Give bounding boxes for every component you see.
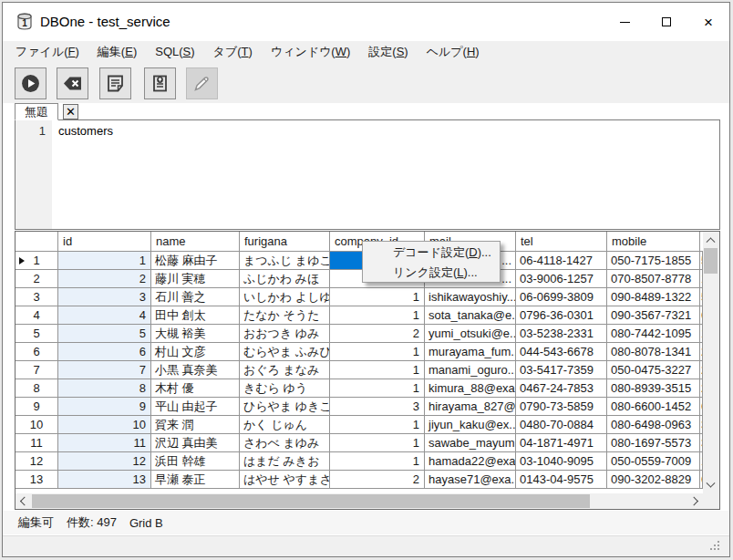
cell-mobile[interactable]: 080-1697-5573: [607, 434, 700, 452]
menubar-item-sql[interactable]: SQL(S): [146, 41, 203, 63]
scroll-down-button[interactable]: [703, 478, 718, 493]
cell-mobile[interactable]: 050-0475-3227: [607, 361, 700, 379]
menubar-item-file[interactable]: ファイル(F): [6, 41, 88, 63]
cell-mail[interactable]: murayama_fum...: [425, 343, 516, 361]
cell-mail[interactable]: kimura_88@exa...: [425, 379, 516, 398]
cell-furigana[interactable]: いしかわ よしゆき: [240, 288, 330, 306]
cell-tel[interactable]: 0790-73-5859: [516, 398, 607, 416]
cell-mobile[interactable]: 050-7175-1855: [607, 252, 700, 270]
cell-company_id[interactable]: 1: [330, 343, 425, 361]
cell-mail[interactable]: sawabe_mayum...: [425, 434, 516, 452]
row-header-cell[interactable]: 13: [15, 471, 58, 489]
vertical-scrollbar-thumb[interactable]: [704, 248, 718, 274]
cell-name[interactable]: 早瀬 泰正: [151, 471, 240, 489]
menubar-item-tab[interactable]: タブ(T): [204, 41, 262, 63]
row-header-cell[interactable]: 2: [15, 270, 58, 288]
cell-furigana[interactable]: はやせ やすまさ: [240, 471, 330, 489]
cell-id[interactable]: 6: [58, 343, 151, 361]
cell-name[interactable]: 賀来 潤: [151, 416, 240, 434]
cell-tel[interactable]: 0467-24-7853: [516, 379, 607, 398]
cell-mobile[interactable]: 090-3567-7321: [607, 306, 700, 325]
cell-id[interactable]: 1: [58, 252, 151, 270]
cell-tel[interactable]: 03-9006-1257: [516, 270, 607, 288]
cell-company_id[interactable]: 1: [330, 361, 425, 379]
cell-furigana[interactable]: おぐろ まなみ: [240, 361, 330, 379]
cell-id[interactable]: 3: [58, 288, 151, 306]
cell-company_id[interactable]: 1: [330, 452, 425, 471]
cell-name[interactable]: 木村 優: [151, 379, 240, 398]
cell-mail[interactable]: hirayama_827@...: [425, 398, 516, 416]
stop-button[interactable]: [57, 67, 88, 99]
cell-id[interactable]: 7: [58, 361, 151, 379]
cell-tel[interactable]: 04-1871-4971: [516, 434, 607, 452]
cell-mail[interactable]: jiyun_kaku@ex...: [425, 416, 516, 434]
column-header-tel[interactable]: tel: [516, 232, 607, 252]
cell-tel[interactable]: 03-5238-2331: [516, 325, 607, 343]
cell-mail[interactable]: manami_oguro...: [425, 361, 516, 379]
scroll-up-button[interactable]: [703, 232, 718, 247]
cell-company_id[interactable]: 1: [330, 416, 425, 434]
tab-untitled[interactable]: 無題: [15, 103, 58, 120]
cell-mobile[interactable]: 080-7442-1095: [607, 325, 700, 343]
cell-tel[interactable]: 03-1040-9095: [516, 452, 607, 471]
cell-company_id[interactable]: 1: [330, 306, 425, 325]
cell-id[interactable]: 12: [58, 452, 151, 471]
cell-tel[interactable]: 06-4118-1427: [516, 252, 607, 270]
cell-name[interactable]: 浜田 幹雄: [151, 452, 240, 471]
row-header-cell[interactable]: 4: [15, 306, 58, 325]
row-header-cell[interactable]: 9: [15, 398, 58, 416]
cell-id[interactable]: 5: [58, 325, 151, 343]
context-menu-item-decode-settings[interactable]: デコード設定(D)...: [363, 243, 500, 263]
cell-name[interactable]: 小黒 真奈美: [151, 361, 240, 379]
cell-id[interactable]: 13: [58, 471, 151, 489]
row-header-cell[interactable]: 5: [15, 325, 58, 343]
cell-mail[interactable]: hamada22@exa...: [425, 452, 516, 471]
menubar-item-help[interactable]: ヘルプ(H): [418, 41, 489, 63]
cell-mobile[interactable]: 080-6600-1452: [607, 398, 700, 416]
close-button[interactable]: ×: [687, 3, 729, 41]
row-header-cell[interactable]: 8: [15, 379, 58, 398]
row-header-cell[interactable]: 3: [15, 288, 58, 306]
note-button[interactable]: [99, 67, 131, 99]
column-header-id[interactable]: id: [58, 232, 151, 252]
cell-furigana[interactable]: たなか そうた: [240, 306, 330, 325]
cell-tel[interactable]: 03-5417-7359: [516, 361, 607, 379]
cell-furigana[interactable]: はまだ みきお: [240, 452, 330, 471]
cell-mobile[interactable]: 080-8078-1341: [607, 343, 700, 361]
cell-tel[interactable]: 0796-36-0301: [516, 306, 607, 325]
cell-name[interactable]: 大槻 裕美: [151, 325, 240, 343]
cell-tel[interactable]: 044-543-6678: [516, 343, 607, 361]
vertical-scrollbar[interactable]: [703, 232, 719, 493]
cell-id[interactable]: 10: [58, 416, 151, 434]
cell-furigana[interactable]: まつふじ まゆこ: [240, 252, 330, 270]
cell-furigana[interactable]: おおつき ゆみ: [240, 325, 330, 343]
row-header-cell[interactable]: 7: [15, 361, 58, 379]
cell-name[interactable]: 沢辺 真由美: [151, 434, 240, 452]
cell-furigana[interactable]: むらやま ふみひこ: [240, 343, 330, 361]
cell-mail[interactable]: yumi_otsuki@e...: [425, 325, 516, 343]
scroll-left-button[interactable]: [15, 493, 31, 509]
cell-name[interactable]: 石川 善之: [151, 288, 240, 306]
maximize-button[interactable]: [645, 3, 687, 41]
column-header-name[interactable]: name: [151, 232, 240, 252]
sql-text[interactable]: customers: [58, 124, 113, 138]
cell-furigana[interactable]: きむら ゆう: [240, 379, 330, 398]
column-header-rowheader[interactable]: [15, 232, 58, 252]
cell-name[interactable]: 平山 由起子: [151, 398, 240, 416]
run-button[interactable]: [15, 67, 46, 99]
cell-furigana[interactable]: ふじかわ みほ: [240, 270, 330, 288]
row-header-cell[interactable]: 10: [15, 416, 58, 434]
context-menu-item-link-settings[interactable]: リンク設定(L)...: [363, 263, 500, 283]
cell-mobile[interactable]: 080-8939-3515: [607, 379, 700, 398]
cell-tel[interactable]: 0143-04-9575: [516, 471, 607, 489]
cell-mobile[interactable]: 080-6498-0963: [607, 416, 700, 434]
cell-tel[interactable]: 06-0699-3809: [516, 288, 607, 306]
cell-id[interactable]: 8: [58, 379, 151, 398]
menubar-item-edit[interactable]: 編集(E): [88, 41, 146, 63]
column-header-mobile[interactable]: mobile: [607, 232, 700, 252]
cell-furigana[interactable]: ひらやま ゆきこ: [240, 398, 330, 416]
cell-name[interactable]: 村山 文彦: [151, 343, 240, 361]
tab-close-button[interactable]: ✕: [63, 104, 78, 119]
resize-grip[interactable]: [710, 548, 712, 550]
cell-company_id[interactable]: 3: [330, 398, 425, 416]
